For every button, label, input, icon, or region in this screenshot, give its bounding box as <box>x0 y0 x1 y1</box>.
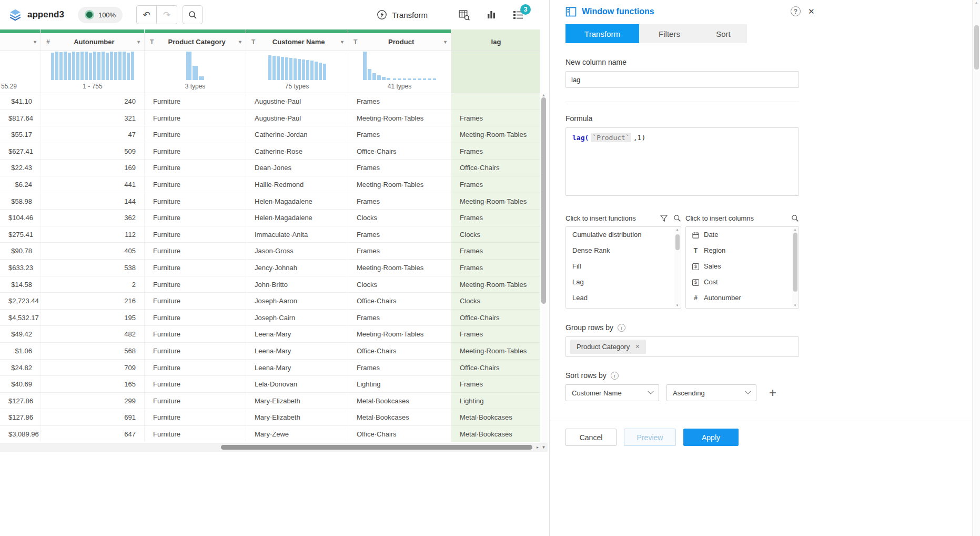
cell-product[interactable]: Frames <box>348 193 451 210</box>
cell-product-category[interactable]: Furniture <box>145 210 246 226</box>
cell-product[interactable]: Office·Chairs <box>348 343 451 360</box>
cell-product-category[interactable]: Furniture <box>145 193 246 210</box>
cell-customer-name[interactable]: Leena·Mary <box>246 360 348 376</box>
cell-product[interactable]: Frames <box>348 310 451 326</box>
search-button[interactable] <box>183 5 203 24</box>
panel-scrollbar-thumb[interactable] <box>974 25 979 70</box>
cell-customer-name[interactable]: Leena·Mary <box>246 326 348 343</box>
function-item[interactable]: Dense Rank <box>566 243 681 259</box>
scroll-up-arrow-icon[interactable]: ▲ <box>540 93 548 97</box>
scroll-up-arrow-icon[interactable]: ▲ <box>792 228 798 231</box>
column-header-product[interactable]: TProduct▾ <box>348 33 451 51</box>
cell-sales[interactable]: $6.24 <box>0 176 41 193</box>
cell-customer-name[interactable]: Dean·Jones <box>246 160 348 176</box>
cell-customer-name[interactable]: Lela·Donovan <box>246 376 348 393</box>
cell-product-category[interactable]: Furniture <box>145 276 246 293</box>
cell-product-category[interactable]: Furniture <box>145 393 246 410</box>
cell-product[interactable]: Office·Chairs <box>348 143 451 160</box>
pipeline-steps-button[interactable]: 3 <box>512 9 524 20</box>
cell-autonumber[interactable]: 647 <box>41 426 145 443</box>
tab-transform[interactable]: Transform <box>565 24 639 43</box>
horizontal-scrollbar-thumb[interactable] <box>221 445 532 450</box>
help-icon[interactable]: ? <box>791 6 801 16</box>
chip-remove-icon[interactable]: ✕ <box>635 343 640 350</box>
cell-customer-name[interactable]: Catherine·Rose <box>246 143 348 160</box>
close-icon[interactable]: ✕ <box>808 7 815 16</box>
undo-button[interactable]: ↶ <box>136 5 157 24</box>
cell-customer-name[interactable]: Jason·Gross <box>246 243 348 260</box>
preview-button[interactable]: Preview <box>624 429 676 446</box>
cell-sales[interactable]: $58.98 <box>0 193 41 210</box>
scroll-right-arrow-icon[interactable]: ▸ <box>537 445 539 450</box>
cell-product-category[interactable]: Furniture <box>145 326 246 343</box>
cell-product[interactable]: Frames <box>348 126 451 143</box>
cell-product[interactable]: Frames <box>348 226 451 243</box>
cell-customer-name[interactable]: Augustine·Paul <box>246 93 348 110</box>
cell-sales[interactable]: $4,532.17 <box>0 310 41 326</box>
cell-customer-name[interactable]: Joseph·Aaron <box>246 293 348 310</box>
cell-product[interactable]: Office·Chairs <box>348 426 451 443</box>
cell-autonumber[interactable]: 240 <box>41 93 145 110</box>
search-columns-icon[interactable] <box>791 214 799 222</box>
function-item[interactable]: Lag <box>566 274 681 290</box>
cell-autonumber[interactable]: 509 <box>41 143 145 160</box>
scroll-up-arrow-icon[interactable]: ▲ <box>674 228 680 231</box>
horizontal-scrollbar[interactable]: ▸ <box>0 443 540 452</box>
column-menu-arrow-icon[interactable]: ▾ <box>239 39 241 45</box>
cell-autonumber[interactable]: 568 <box>41 343 145 360</box>
cell-autonumber[interactable]: 165 <box>41 376 145 393</box>
apply-button[interactable]: Apply <box>683 429 739 446</box>
formula-editor[interactable]: lag(`Product`,1) <box>565 127 799 196</box>
tab-sort[interactable]: Sort <box>700 24 747 43</box>
column-menu-arrow-icon[interactable]: ▾ <box>341 39 343 45</box>
column-header-product-category[interactable]: TProduct Category▾ <box>145 33 246 51</box>
cell-sales[interactable]: $127.86 <box>0 393 41 410</box>
cell-customer-name[interactable]: Immaculate·Anita <box>246 226 348 243</box>
cell-sales[interactable]: $55.17 <box>0 126 41 143</box>
column-menu-arrow-icon[interactable]: ▾ <box>137 39 140 45</box>
cell-autonumber[interactable]: 321 <box>41 110 145 127</box>
cell-sales[interactable]: $275.41 <box>0 226 41 243</box>
histogram-product[interactable]: 41 types <box>348 51 451 93</box>
info-icon[interactable]: i <box>611 372 619 380</box>
search-functions-icon[interactable] <box>673 214 681 222</box>
cell-product[interactable]: Metal·Bookcases <box>348 409 451 426</box>
cell-sales[interactable]: $14.58 <box>0 276 41 293</box>
cell-product-category[interactable]: Furniture <box>145 409 246 426</box>
cell-product[interactable]: Meeting·Room·Tables <box>348 260 451 276</box>
redo-button[interactable]: ↷ <box>157 5 177 24</box>
info-icon[interactable]: i <box>618 324 625 332</box>
function-item[interactable]: Fill <box>566 259 681 274</box>
cell-product[interactable]: Frames <box>348 360 451 376</box>
cell-customer-name[interactable]: Mary·Elizabeth <box>246 409 348 426</box>
histogram-autonumber[interactable]: 1 - 755 <box>41 51 145 93</box>
vertical-scrollbar-thumb[interactable] <box>541 97 546 304</box>
cell-product[interactable]: Lighting <box>348 376 451 393</box>
histogram-customer-name[interactable]: 75 types <box>246 51 348 93</box>
column-header-customer-name[interactable]: TCustomer Name▾ <box>246 33 348 51</box>
cell-customer-name[interactable]: Jency·Johnah <box>246 260 348 276</box>
cell-autonumber[interactable]: 299 <box>41 393 145 410</box>
function-item[interactable]: Lead <box>566 290 681 306</box>
cell-autonumber[interactable]: 482 <box>41 326 145 343</box>
cell-customer-name[interactable]: Augustine·Paul <box>246 110 348 127</box>
cell-product-category[interactable]: Furniture <box>145 426 246 443</box>
cell-sales[interactable]: $22.43 <box>0 160 41 176</box>
cell-product[interactable]: Office·Chairs <box>348 293 451 310</box>
cell-autonumber[interactable]: 144 <box>41 193 145 210</box>
cell-product[interactable]: Frames <box>348 160 451 176</box>
cell-customer-name[interactable]: John·Britto <box>246 276 348 293</box>
cell-sales[interactable]: $40.69 <box>0 376 41 393</box>
cell-sales[interactable]: $90.78 <box>0 243 41 260</box>
column-item[interactable]: TRegion <box>686 243 799 259</box>
cell-customer-name[interactable]: Helen·Magadalene <box>246 210 348 226</box>
cell-autonumber[interactable]: 195 <box>41 310 145 326</box>
cell-autonumber[interactable]: 441 <box>41 176 145 193</box>
cell-product[interactable]: Clocks <box>348 210 451 226</box>
cell-product[interactable]: Frames <box>348 93 451 110</box>
cell-product-category[interactable]: Furniture <box>145 360 246 376</box>
cell-product-category[interactable]: Furniture <box>145 343 246 360</box>
column-item[interactable]: $Sales <box>686 259 799 274</box>
scroll-down-arrow-icon[interactable]: ▼ <box>674 304 680 307</box>
cell-sales[interactable]: $633.23 <box>0 260 41 276</box>
